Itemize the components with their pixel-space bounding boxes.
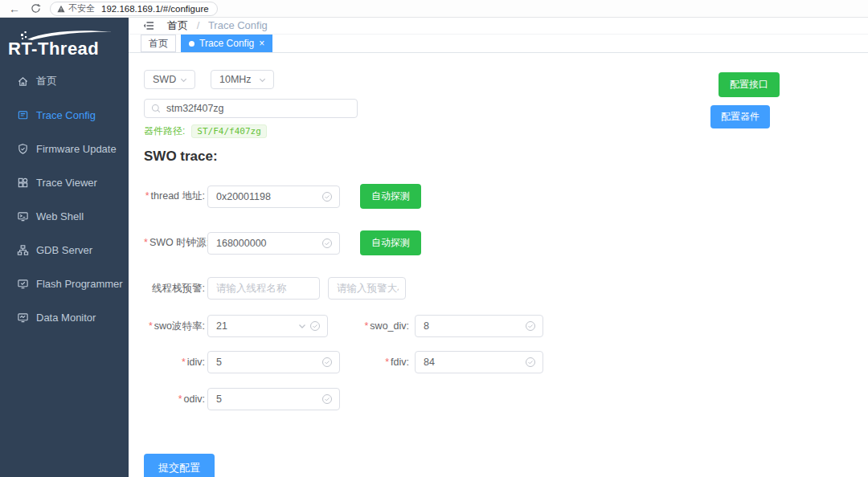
chevron-down-icon	[258, 75, 267, 84]
thread-name-field	[207, 277, 320, 300]
sidebar-item-trace-viewer[interactable]: Trace Viewer	[0, 165, 129, 199]
warning-icon	[57, 5, 65, 13]
shield-check-icon	[16, 142, 29, 155]
idiv-input[interactable]	[216, 357, 321, 368]
logo-text: RT-Thread	[8, 39, 129, 59]
swo-div-input[interactable]	[424, 320, 525, 332]
active-tab-dot	[189, 41, 194, 47]
swo-clock-field	[207, 232, 340, 255]
device-search-input[interactable]	[166, 103, 350, 114]
sidebar-item-label: Firmware Update	[36, 143, 117, 155]
sidebar-item-gdb-server[interactable]: GDB Server	[0, 233, 129, 267]
circle-check-icon	[321, 357, 333, 368]
interface-speed-select[interactable]: 10MHz	[211, 70, 274, 89]
configure-device-button[interactable]: 配置器件	[710, 105, 770, 128]
sidebar-item-label: Web Shell	[36, 210, 84, 222]
configure-interface-button[interactable]: 配置接口	[719, 72, 780, 97]
thread-name-input[interactable]	[216, 283, 313, 294]
sidebar-item-label: Data Monitor	[36, 312, 96, 324]
collapse-menu-icon[interactable]	[141, 18, 157, 34]
idiv-field	[207, 351, 340, 373]
sidebar-item-data-monitor[interactable]: Data Monitor	[0, 300, 129, 334]
home-icon	[16, 75, 29, 88]
tabs-bar: 首页 Trace Config ×	[129, 35, 868, 53]
interface-type-select[interactable]: SWD	[144, 70, 195, 89]
thread-addr-row: *thread 地址: 自动探测	[144, 184, 868, 209]
tab-trace-config[interactable]: Trace Config ×	[181, 35, 272, 52]
swo-baud-value: 21	[216, 320, 297, 332]
submit-config-button[interactable]: 提交配置	[144, 454, 215, 477]
swo-div-field	[415, 315, 543, 337]
breadcrumb-separator: /	[197, 19, 200, 31]
tab-label: 首页	[149, 37, 168, 51]
monitor-data-icon	[16, 311, 29, 324]
reload-icon[interactable]	[27, 2, 43, 16]
tab-label: Trace Config	[199, 38, 254, 49]
swo-baud-div-row: *swo波特率: 21 *swo_div:	[144, 315, 868, 337]
idiv-fdiv-row: *idiv: *fdiv:	[144, 351, 868, 373]
chevron-down-icon	[179, 75, 188, 84]
sidebar-item-label: Flash Programmer	[36, 278, 123, 290]
url-text: 192.168.169.1/#/configure	[101, 4, 209, 14]
trace-config-icon	[16, 108, 29, 121]
swo-clock-label: *SWO 时钟源:	[144, 236, 205, 250]
interface-type-value: SWD	[153, 74, 179, 85]
sidebar-item-flash-programmer[interactable]: Flash Programmer	[0, 267, 129, 300]
breadcrumb-home[interactable]: 首页	[167, 19, 188, 31]
thread-addr-input[interactable]	[216, 191, 321, 202]
back-icon[interactable]: ←	[6, 2, 23, 16]
swo-baud-select[interactable]: 21	[207, 315, 328, 337]
circle-check-icon	[321, 191, 333, 202]
circle-check-icon	[321, 238, 333, 249]
swo-clock-input[interactable]	[216, 238, 321, 249]
sidebar-menu: 首页 Trace Config Firmware Update Trace Vi…	[0, 64, 129, 334]
warning-size-input[interactable]	[337, 283, 399, 294]
interface-speed-value: 10MHz	[219, 74, 258, 85]
device-search-box	[144, 99, 358, 118]
circle-check-icon	[321, 393, 333, 405]
browser-chrome: ← 不安全 192.168.169.1/#/configure	[0, 0, 868, 18]
swo-baud-label: *swo波特率:	[144, 320, 205, 333]
rt-thread-logo: RT-Thread	[0, 18, 129, 64]
breadcrumb-current: Trace Config	[208, 19, 268, 31]
sidebar-item-firmware-update[interactable]: Firmware Update	[0, 132, 129, 165]
odiv-label: *odiv:	[144, 393, 205, 405]
auto-detect-clock-button[interactable]: 自动探测	[360, 230, 421, 255]
sidebar-item-trace-config[interactable]: Trace Config	[0, 98, 129, 132]
fdiv-label: *fdiv:	[340, 357, 409, 368]
sidebar-item-web-shell[interactable]: Web Shell	[0, 199, 129, 233]
warning-size-field	[328, 277, 406, 300]
breadcrumb: 首页 / Trace Config	[167, 18, 268, 33]
sidebar-item-label: GDB Server	[36, 244, 92, 256]
swo-section-title: SWO trace:	[144, 149, 868, 165]
stack-warning-label: 线程栈预警:	[144, 282, 205, 296]
chevron-down-icon	[297, 321, 307, 331]
fdiv-field	[415, 351, 543, 373]
idiv-label: *idiv:	[144, 357, 205, 368]
thread-addr-label: *thread 地址:	[144, 190, 205, 203]
odiv-input[interactable]	[216, 393, 321, 405]
sidebar: RT-Thread 首页 Trace Config Firmware Updat…	[0, 18, 129, 477]
search-icon	[151, 104, 161, 113]
terminal-icon	[16, 210, 29, 222]
auto-detect-thread-button[interactable]: 自动探测	[360, 184, 421, 209]
sidebar-item-label: Trace Viewer	[36, 177, 97, 189]
sitemap-icon	[16, 243, 29, 256]
device-path-label: 器件路径:	[144, 124, 185, 138]
odiv-row: *odiv:	[144, 388, 868, 410]
sidebar-item-home[interactable]: 首页	[0, 64, 129, 98]
monitor-check-icon	[16, 277, 29, 290]
thread-addr-field	[207, 186, 340, 208]
swo-clock-row: *SWO 时钟源: 自动探测	[144, 230, 868, 255]
circle-check-icon	[525, 320, 536, 332]
odiv-field	[207, 388, 340, 410]
sidebar-item-label: Trace Config	[36, 109, 96, 121]
grid-icon	[16, 176, 29, 189]
close-icon[interactable]: ×	[259, 39, 264, 48]
circle-check-icon	[525, 357, 536, 368]
fdiv-input[interactable]	[424, 357, 525, 368]
tab-home[interactable]: 首页	[141, 35, 176, 52]
address-bar[interactable]: 不安全 192.168.169.1/#/configure	[50, 2, 218, 16]
breadcrumb-bar: 首页 / Trace Config	[129, 18, 868, 35]
trace-config-page: 配置接口 配置器件 SWD 10MHz 器件路径: ST/F4/f407zg	[129, 53, 868, 477]
